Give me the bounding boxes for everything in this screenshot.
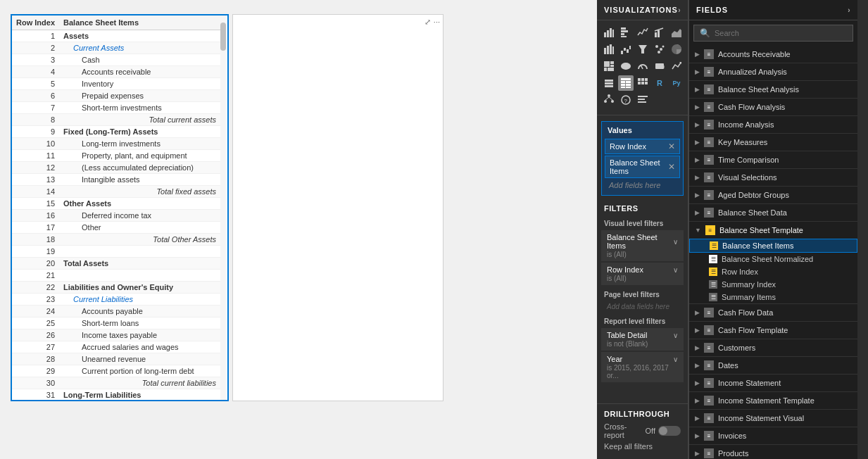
- viz-panel-arrow[interactable]: ›: [678, 6, 681, 14]
- second-visual[interactable]: ⤢ ···: [232, 14, 444, 401]
- viz-card[interactable]: 123: [652, 58, 667, 74]
- field-group-header[interactable]: ▶≡Balance Sheet Analysis: [689, 81, 857, 98]
- field-group-header[interactable]: ▼≡Balance Sheet Template: [689, 222, 857, 239]
- viz-funnel[interactable]: [635, 42, 650, 57]
- cell-index: 12: [12, 162, 59, 174]
- viz-waterfall[interactable]: [618, 42, 634, 57]
- cell-index: 8: [12, 114, 59, 126]
- field-subitem[interactable]: ☰Row Index: [689, 265, 857, 278]
- fields-search-box[interactable]: 🔍: [693, 25, 853, 42]
- table-row: 6Prepaid expenses: [12, 90, 220, 102]
- field-subitem[interactable]: ☰Summary Index: [689, 278, 857, 291]
- field-subitem[interactable]: ☰Summary Items: [689, 291, 857, 303]
- filter-bsi-chevron[interactable]: ∨: [673, 238, 678, 246]
- field-group-header[interactable]: ▶≡Cash Flow Data: [689, 304, 857, 321]
- more-options-icon[interactable]: ···: [434, 18, 440, 27]
- field-group-label: Time Comparison: [718, 156, 779, 164]
- viz-ribbon[interactable]: [601, 42, 617, 57]
- viz-area-chart[interactable]: [669, 25, 684, 40]
- field-group-header[interactable]: ▶≡Income Statement Visual: [689, 410, 857, 427]
- field-subitem[interactable]: ☰Balance Sheet Normalized: [689, 253, 857, 265]
- viz-matrix[interactable]: [635, 75, 650, 91]
- viz-icons-grid: 123 R Py ?: [597, 20, 688, 112]
- field-subitem[interactable]: ☰Balance Sheet Items: [689, 239, 857, 253]
- viz-decomp[interactable]: [601, 92, 617, 108]
- field-group-header[interactable]: ▶≡Visual Selections: [689, 169, 857, 186]
- cell-item: Assets: [59, 30, 220, 42]
- filter-row-index[interactable]: Row Index ∨ is (All): [601, 263, 684, 285]
- table-row: 31Long-Term Liabilities: [12, 389, 220, 401]
- row-index-chip[interactable]: Row Index ✕: [605, 139, 680, 154]
- viz-qa[interactable]: ?: [618, 92, 634, 108]
- viz-slicer[interactable]: [601, 75, 617, 91]
- field-group-arrow: ▶: [695, 432, 700, 439]
- filters-section: FILTERS Visual level filters Balance She…: [597, 199, 688, 403]
- filter-td-chevron[interactable]: ∨: [673, 332, 678, 339]
- field-group-icon: ≡: [704, 325, 714, 335]
- viz-bar-line[interactable]: [652, 25, 667, 40]
- filters-header: FILTERS: [597, 199, 688, 215]
- expand-icon[interactable]: ⤢: [424, 18, 431, 27]
- field-group-header[interactable]: ▶≡Income Statement Template: [689, 392, 857, 409]
- viz-column-chart[interactable]: [618, 25, 634, 40]
- search-input[interactable]: [715, 29, 847, 37]
- viz-py-icon[interactable]: Py: [669, 75, 684, 91]
- svg-point-53: [604, 100, 607, 103]
- field-group-header[interactable]: ▶≡Cash Flow Analysis: [689, 99, 857, 115]
- filter-balance-sheet-items[interactable]: Balance Sheet Items ∨ is (All): [601, 230, 684, 261]
- viz-smart-narrative[interactable]: [635, 92, 650, 108]
- svg-rect-49: [638, 82, 641, 84]
- filter-ri-chevron[interactable]: ∨: [673, 266, 678, 274]
- viz-scatter[interactable]: [652, 42, 667, 57]
- field-group-header[interactable]: ▶≡Balance Sheet Data: [689, 204, 857, 221]
- field-group: ▶≡Income Statement Template: [689, 392, 857, 410]
- field-group-header[interactable]: ▶≡Products: [689, 445, 857, 459]
- add-data-fields: Add data fields here: [597, 300, 688, 313]
- viz-line-chart[interactable]: [635, 25, 650, 40]
- field-group-header[interactable]: ▶≡Time Comparison: [689, 151, 857, 168]
- filter-yr-chevron[interactable]: ∨: [673, 356, 678, 363]
- field-group: ▶≡Key Measures: [689, 134, 857, 151]
- viz-kpi[interactable]: [669, 58, 684, 74]
- field-group-header[interactable]: ▶≡Dates: [689, 357, 857, 374]
- svg-rect-48: [645, 78, 648, 81]
- field-group-label: Income Analysis: [718, 120, 774, 129]
- field-subitem-label: Summary Index: [722, 280, 776, 289]
- field-group-arrow: ▶: [695, 309, 700, 316]
- field-group-header[interactable]: ▶≡Accounts Receivable: [689, 46, 857, 63]
- field-group-header[interactable]: ▶≡Customers: [689, 339, 857, 356]
- cell-item: Cash: [59, 54, 220, 66]
- filter-year[interactable]: Year ∨ is 2015, 2016, 2017 or...: [601, 352, 684, 382]
- viz-table-icon[interactable]: [618, 75, 634, 91]
- table-visual[interactable]: Row Index Balance Sheet Items 1Assets2Cu…: [11, 14, 229, 401]
- cell-index: 10: [12, 138, 59, 150]
- viz-pie[interactable]: [669, 42, 684, 57]
- viz-bar-chart[interactable]: [601, 25, 617, 40]
- balance-items-remove[interactable]: ✕: [668, 162, 675, 172]
- svg-rect-24: [604, 61, 610, 67]
- viz-gauge[interactable]: [635, 58, 650, 74]
- row-index-remove[interactable]: ✕: [668, 142, 675, 151]
- field-group-arrow: ▶: [695, 379, 700, 386]
- svg-rect-39: [621, 78, 631, 80]
- cross-report-toggle[interactable]: [658, 426, 681, 436]
- filter-table-detail[interactable]: Table Detail ∨ is not (Blank): [601, 328, 684, 351]
- field-group-header[interactable]: ▶≡Income Statement: [689, 375, 857, 391]
- viz-map[interactable]: [618, 58, 634, 74]
- balance-items-chip[interactable]: Balance Sheet Items ✕: [605, 156, 680, 178]
- field-group-header[interactable]: ▶≡Invoices: [689, 427, 857, 444]
- values-box: Values Row Index ✕ Balance Sheet Items ✕…: [601, 121, 684, 196]
- field-group-header[interactable]: ▶≡Annualized Analysis: [689, 63, 857, 80]
- viz-treemap[interactable]: [601, 58, 617, 74]
- row-index-chip-label: Row Index: [610, 142, 646, 151]
- field-group-arrow: ▶: [695, 139, 700, 146]
- fields-panel-arrow[interactable]: ›: [848, 6, 850, 14]
- field-group-header[interactable]: ▶≡Key Measures: [689, 134, 857, 151]
- viz-r-icon[interactable]: R: [652, 75, 667, 91]
- svg-point-54: [611, 100, 614, 103]
- table-row: 23Current Liabilities: [12, 294, 220, 306]
- field-group-header[interactable]: ▶≡Income Analysis: [689, 116, 857, 133]
- field-group-header[interactable]: ▶≡Aged Debtor Groups: [689, 187, 857, 203]
- field-group-header[interactable]: ▶≡Cash Flow Template: [689, 322, 857, 339]
- svg-rect-6: [621, 33, 624, 35]
